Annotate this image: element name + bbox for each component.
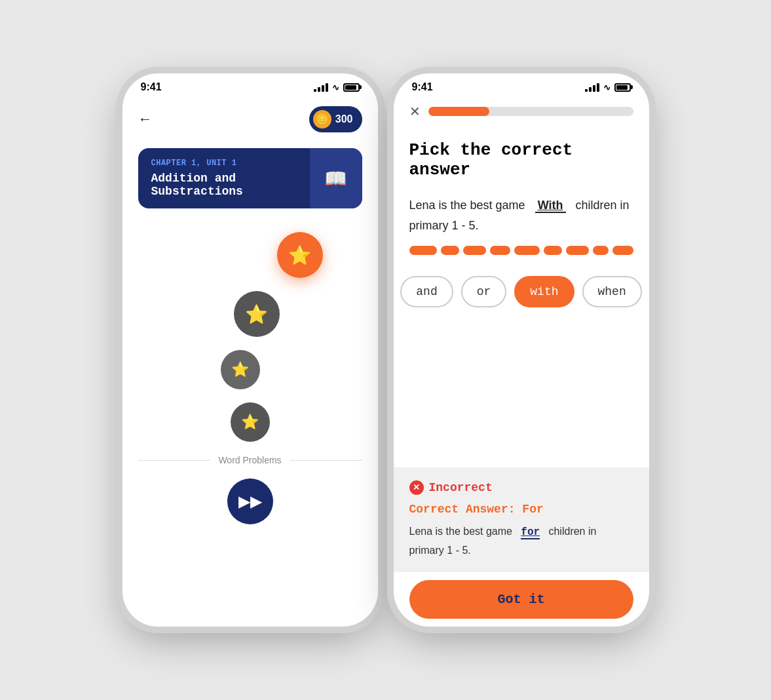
question-blank: With (535, 199, 566, 213)
level-button-1[interactable]: ⭐ ≡ (277, 232, 323, 278)
wifi-icon: ∿ (332, 83, 339, 92)
close-button[interactable]: ✕ (409, 104, 421, 119)
chapter-label: CHAPTER 1, UNIT 1 (151, 159, 297, 168)
level-button-2[interactable]: ⭐ ≡ (234, 291, 280, 337)
back-button[interactable]: ← (138, 111, 153, 128)
quiz-header: ✕ (394, 96, 649, 130)
signal-icon (314, 83, 328, 92)
progress-bar-fill (428, 107, 490, 116)
play-icon: ▶▶ (238, 492, 262, 511)
status-bar-1: 9:41 ∿ (122, 73, 378, 96)
divider-right (290, 460, 362, 461)
correct-sentence: Lena is the best game for children in pr… (409, 522, 633, 559)
star-icon-4: ⭐ (241, 414, 259, 431)
star-icon-2: ⭐ (245, 303, 268, 325)
chapter-title: Addition and Substractions (151, 172, 297, 198)
coins-amount: 300 (335, 113, 353, 125)
question-text: Lena is the best game With children in p… (409, 195, 633, 235)
option-and[interactable]: and (400, 276, 453, 307)
divider-left (138, 460, 211, 461)
top-nav: ← 🪙 300 (138, 106, 362, 132)
status-icons-1: ∿ (314, 83, 360, 92)
speed-lines-3: ≡ (216, 366, 219, 374)
option-with[interactable]: with (514, 276, 574, 307)
option-or[interactable]: or (461, 276, 507, 307)
got-it-button[interactable]: Got it (409, 580, 633, 619)
level-button-3[interactable]: ⭐ ≡ (221, 350, 260, 389)
progress-bar-container (428, 107, 633, 116)
coins-badge: 🪙 300 (309, 106, 362, 132)
signal-icon-2 (585, 83, 599, 92)
status-bar-2: 9:41 ∿ (394, 73, 649, 96)
correct-answer-label: Correct Answer: For (409, 503, 633, 516)
wifi-icon-2: ∿ (603, 83, 611, 92)
quiz-title: Pick the correct answer (409, 140, 633, 180)
level-button-4[interactable]: ⭐ ≡ (231, 402, 270, 442)
section-divider: Word Problems (138, 455, 362, 465)
result-title: Incorrect (429, 481, 493, 494)
answer-decoration (409, 246, 633, 255)
chapter-info: CHAPTER 1, UNIT 1 Addition and Substract… (138, 148, 310, 208)
star-icon-1: ⭐ (288, 244, 311, 266)
phone1-content: ← 🪙 300 CHAPTER 1, UNIT 1 Addition and S… (122, 96, 378, 627)
phone2-main: ✕ Pick the correct answer Lena is the be… (394, 96, 649, 627)
star-icon-3: ⭐ (231, 361, 249, 378)
time-2: 9:41 (412, 81, 433, 93)
coin-icon: 🪙 (313, 110, 331, 128)
chapter-book-icon: 📖 (310, 148, 362, 208)
battery-icon-2 (614, 83, 631, 92)
speed-lines-2: ≡ (229, 311, 233, 318)
option-when[interactable]: when (582, 276, 642, 307)
battery-icon (343, 83, 360, 92)
correct-word: for (521, 526, 540, 539)
correct-before: Lena is the best game (409, 526, 512, 537)
quiz-body: Pick the correct answer Lena is the best… (394, 130, 649, 467)
chapter-card[interactable]: CHAPTER 1, UNIT 1 Addition and Substract… (138, 148, 362, 208)
answer-options: and or with when (409, 276, 633, 307)
incorrect-icon: ✕ (409, 480, 424, 495)
question-before: Lena is the best game (409, 199, 525, 212)
speed-lines-1: ≡ (272, 252, 276, 259)
phone-2: 9:41 ∿ ✕ Pick the correct answer (394, 73, 649, 627)
speed-lines-4: ≡ (225, 419, 229, 426)
play-button[interactable]: ▶▶ (227, 478, 273, 524)
status-icons-2: ∿ (585, 83, 631, 92)
result-header: ✕ Incorrect (409, 480, 633, 495)
levels-container: ⭐ ≡ ⭐ ≡ ⭐ ≡ ⭐ ≡ (138, 232, 362, 442)
time-1: 9:41 (141, 81, 162, 93)
phone-1: 9:41 ∿ ← 🪙 300 CHAPTER (122, 73, 378, 627)
result-panel: ✕ Incorrect Correct Answer: For Lena is … (394, 467, 649, 572)
section-label: Word Problems (218, 455, 281, 465)
